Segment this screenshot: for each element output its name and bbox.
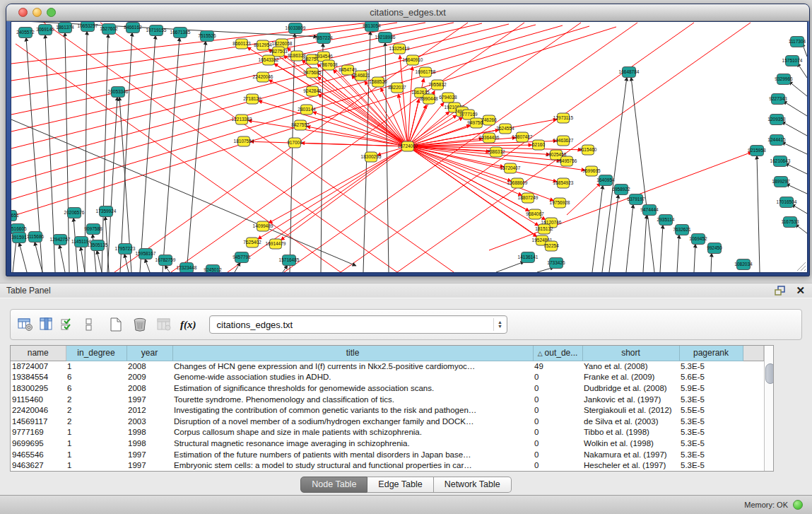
teal-node[interactable]: 1899297 [772,177,790,187]
cell-short[interactable]: Stergiakouli et al. (2012) [582,404,679,416]
table-row[interactable]: 946554611997Estimation of the future num… [11,449,763,460]
red-edge[interactable] [258,146,408,239]
black-edge[interactable] [694,244,695,272]
yellow-node[interactable]: 18107554 [234,136,254,146]
yellow-node[interactable]: 752254 [543,241,559,251]
teal-node[interactable]: 1167533 [782,217,799,228]
column-header-name[interactable]: name [11,346,66,361]
yellow-node[interactable]: 8427552 [291,120,310,130]
table-settings-icon[interactable] [16,316,35,333]
teal-node[interactable]: 3069140 [36,25,54,35]
cell-pagerank[interactable]: 5.6E-5 [679,372,743,383]
table-select-dropdown[interactable]: citations_edges.txt ▲▼ [209,315,507,334]
black-edge[interactable] [97,250,102,272]
column-header-pagerank[interactable]: pagerank [679,346,743,361]
yellow-node[interactable]: 2718120 [243,94,261,104]
cell-pagerank[interactable]: 5.3E-5 [679,427,743,438]
cell-out_de[interactable]: 0 [533,416,582,427]
window-titlebar[interactable]: citations_edges.txt [6,4,809,21]
yellow-node[interactable]: 10688609 [507,178,528,188]
cell-out_de[interactable]: 0 [533,449,582,460]
show-column-icon[interactable] [37,316,56,333]
cell-year[interactable]: 2008 [126,382,172,394]
table-row[interactable]: 1456911722003Disruption of a novel membe… [11,416,763,427]
cell-out_de[interactable]: 49 [533,361,582,372]
cell-short[interactable]: Dudbridge et al. (2008) [582,382,679,394]
teal-node[interactable]: 7857224 [314,33,333,44]
yellow-node[interactable]: 12213383 [232,115,252,124]
cell-title[interactable]: Embryonic stem cells: a model to study s… [172,460,533,471]
black-edge[interactable] [59,245,65,272]
black-edge[interactable] [145,259,150,272]
cell-title[interactable]: Estimation of significance thresholds fo… [172,382,533,394]
table-row[interactable]: 946362711997Embryonic stem cells: a mode… [11,460,763,471]
yellow-node[interactable]: 9699695 [582,166,601,176]
teal-node[interactable]: 391591 [11,233,27,243]
yellow-node[interactable]: 9115460 [579,145,597,155]
black-edge[interactable] [757,156,760,272]
red-edge[interactable] [268,49,408,146]
delete-trash-icon[interactable] [131,316,149,333]
black-edge[interactable] [321,43,323,272]
teal-node[interactable]: 16648784 [619,67,640,78]
cell-pagerank[interactable]: 5.3E-5 [679,394,743,405]
teal-node[interactable]: 7515526 [198,31,216,42]
cell-name[interactable]: 14569117 [11,416,66,427]
cell-out_de[interactable]: 0 [533,394,582,405]
cell-year[interactable]: 1998 [126,427,172,438]
table-row[interactable]: 969969511998Structural magnetic resonanc… [11,438,763,449]
teal-node[interactable]: 9457791 [233,252,251,263]
cell-year[interactable]: 1998 [126,438,172,449]
teal-node[interactable]: 8466162 [124,23,142,33]
teal-node[interactable]: 12942757 [50,235,71,245]
teal-node[interactable]: 1861374 [56,23,74,33]
teal-node[interactable]: 1640954 [596,175,615,186]
teal-node[interactable]: 19218986 [375,33,396,43]
cell-in_degree[interactable]: 1 [66,449,126,460]
black-edge[interactable] [677,235,679,272]
cell-name[interactable]: 9465546 [11,449,66,460]
yellow-node[interactable]: 8990448 [420,94,438,104]
cell-in_degree[interactable]: 2 [66,404,126,416]
canvas-resize-grip[interactable] [797,262,806,271]
black-edge[interactable] [19,243,27,272]
table-row[interactable]: 1938455462009Genome-wide association stu… [11,372,763,383]
memory-ok-indicator[interactable] [793,500,803,510]
teal-node[interactable]: 6958922 [612,185,630,195]
teal-node[interactable]: 2405572 [16,28,35,38]
cell-title[interactable]: Investigating the contribution of common… [172,404,533,416]
yellow-node[interactable]: 18640910 [403,55,423,65]
yellow-node[interactable]: 9146821 [352,71,370,81]
cell-pagerank[interactable]: 5.3E-5 [679,449,743,460]
black-edge[interactable] [120,33,132,272]
cell-short[interactable]: de Silva et al. (2003) [582,416,679,427]
black-edge[interactable] [626,204,633,272]
function-builder-button[interactable]: f(x) [180,319,196,331]
network-canvas[interactable]: 2405572306914018613741065325715276028466… [11,22,807,272]
cell-pagerank[interactable]: 5.3E-5 [679,460,743,471]
black-edge[interactable] [782,122,807,136]
cell-name[interactable]: 9699695 [11,438,66,449]
tab-node-table[interactable]: Node Table [300,477,367,493]
yellow-node[interactable]: 746266 [481,115,497,125]
red-edge[interactable] [318,95,408,146]
red-edge[interactable] [408,146,557,182]
black-edge[interactable] [792,204,807,214]
yellow-node[interactable]: 20364436 [479,133,500,143]
tab-network-table[interactable]: Network Table [434,477,512,493]
cell-in_degree[interactable]: 1 [66,438,126,449]
cell-out_de[interactable]: 0 [533,372,582,383]
teal-node[interactable]: 16210643 [770,156,791,167]
cell-short[interactable]: Tibbo et al. (1998) [582,427,679,438]
yellow-node[interactable]: 16854923 [553,178,574,188]
red-edge[interactable] [408,117,463,146]
yellow-node[interactable]: 1815132 [535,224,553,234]
table-row[interactable]: 977716911998Corpus callosum shape and si… [11,427,763,438]
cell-in_degree[interactable]: 1 [66,460,126,471]
teal-node[interactable]: 10653257 [78,22,98,32]
cell-short[interactable]: Franke et al. (2009) [582,372,679,383]
red-edge[interactable] [341,23,694,272]
red-edge[interactable] [400,55,408,146]
teal-node[interactable]: 1082034 [734,259,753,270]
yellow-node[interactable]: 18495756 [557,156,577,166]
